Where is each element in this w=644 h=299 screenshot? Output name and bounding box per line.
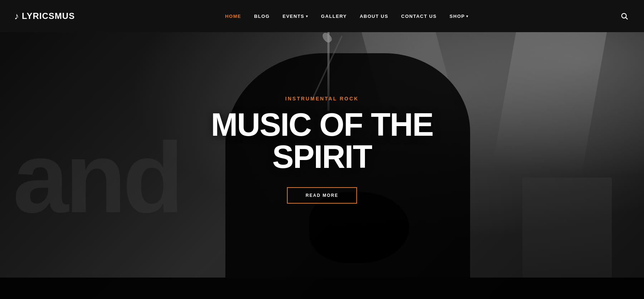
navbar: ♪ LYRICSMUS HOME BLOG EVENTS GALLERY ABO…: [0, 0, 644, 32]
nav-link-contact[interactable]: CONTACT US: [401, 14, 436, 19]
nav-link-events[interactable]: EVENTS: [283, 14, 308, 19]
hero-read-more-button[interactable]: READ MORE: [287, 187, 357, 204]
nav-item-blog[interactable]: BLOG: [254, 13, 270, 19]
svg-point-0: [622, 14, 626, 18]
nav-item-events[interactable]: EVENTS: [283, 14, 308, 19]
nav-link-gallery[interactable]: GALLERY: [321, 14, 347, 19]
nav-item-gallery[interactable]: GALLERY: [321, 13, 347, 19]
svg-line-1: [626, 18, 628, 19]
hero-content: INSTRUMENTAL ROCK MUSIC OF THE SPIRIT RE…: [161, 96, 483, 204]
hero-section: and INSTRUMENTAL ROCK MUSIC OF THE SPIRI…: [0, 0, 644, 299]
nav-links: HOME BLOG EVENTS GALLERY ABOUT US CONTAC…: [225, 13, 469, 19]
hero-subtitle: INSTRUMENTAL ROCK: [161, 96, 483, 101]
search-button[interactable]: [619, 11, 630, 21]
stage-equipment: [522, 178, 612, 278]
hero-bottom-bar: [0, 278, 644, 299]
nav-item-home[interactable]: HOME: [225, 13, 241, 19]
nav-link-about[interactable]: ABOUT US: [360, 14, 388, 19]
background-text: and: [13, 128, 180, 228]
nav-link-shop[interactable]: SHOP: [450, 14, 469, 19]
logo-icon: ♪: [14, 11, 19, 21]
logo-link[interactable]: ♪ LYRICSMUS: [14, 11, 75, 21]
logo-text: LYRICSMUS: [22, 11, 75, 21]
hero-title: MUSIC OF THE SPIRIT: [161, 109, 483, 173]
search-icon: [620, 12, 628, 20]
nav-item-contact[interactable]: CONTACT US: [401, 13, 436, 19]
nav-link-home[interactable]: HOME: [225, 14, 241, 19]
nav-item-about[interactable]: ABOUT US: [360, 13, 388, 19]
nav-item-shop[interactable]: SHOP: [450, 14, 469, 19]
nav-link-blog[interactable]: BLOG: [254, 14, 270, 19]
